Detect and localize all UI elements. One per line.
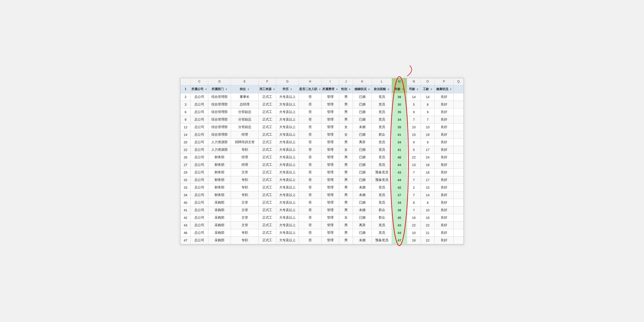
filter-icon-c[interactable]: ▼ — [205, 88, 207, 91]
filter-icon-l[interactable]: ▼ — [387, 88, 390, 91]
cell-k: 未婚 — [353, 236, 372, 244]
col-header-p[interactable]: 健康状况 ▼ — [435, 85, 454, 93]
filter-icon-d[interactable]: ▼ — [225, 88, 227, 91]
filter-icon-f[interactable]: ▼ — [273, 88, 275, 91]
filter-icon-g[interactable]: ▼ — [290, 88, 292, 91]
cell-h: 否 — [299, 169, 321, 176]
cell-f: 正式工 — [259, 214, 276, 221]
cell-o: 18 — [421, 161, 435, 169]
col-label-j: 性别 — [341, 87, 347, 91]
cell-j: 男 — [339, 191, 353, 199]
col-header-q — [454, 85, 464, 93]
filter-icon-h[interactable]: ▼ — [319, 88, 321, 91]
col-letter-h: H — [299, 78, 321, 85]
cell-c: 总公司 — [191, 214, 208, 221]
table-row: 22总公司人力资源部专职正式工大专及以上否管理女已婚党员41517良好 — [181, 146, 464, 153]
cell-f: 正式工 — [259, 199, 276, 206]
cell-q — [454, 184, 464, 191]
cell-o: 21 — [421, 229, 435, 236]
cell-p: 良好 — [435, 236, 454, 244]
cell-q — [454, 214, 464, 221]
cell-o: 7 — [421, 116, 435, 123]
cell-d: 综合管理部 — [208, 101, 231, 108]
cell-n: 7 — [407, 206, 421, 214]
row-number: 27 — [181, 161, 191, 169]
col-header-d[interactable]: 所属部门 ▼ — [208, 85, 231, 93]
cell-q — [454, 229, 464, 236]
cell-i: 管理 — [321, 161, 339, 169]
col-header-h[interactable]: 是否二次入职 ▼ — [299, 85, 321, 93]
cell-c: 总公司 — [191, 131, 208, 138]
cell-n: 16 — [407, 214, 421, 221]
cell-h: 否 — [299, 101, 321, 108]
cell-g: 大专及以上 — [276, 206, 299, 214]
cell-e: 专职 — [231, 191, 259, 199]
row-number: 22 — [181, 146, 191, 153]
cell-l: 党员 — [372, 184, 392, 191]
filter-icon-n[interactable]: ▼ — [416, 88, 419, 91]
cell-q — [454, 116, 464, 123]
col-header-c[interactable]: 所属公司 ▼ — [191, 85, 208, 93]
row-number: 3 — [181, 101, 191, 108]
cell-n: 22 — [407, 221, 421, 229]
col-header-e[interactable]: 岗位 ▼ — [231, 85, 259, 93]
cell-m: 38 — [392, 93, 407, 101]
cell-g: 大专及以上 — [276, 236, 299, 244]
table-row: 40总公司采购部主管正式工大专及以上否管理男已婚党员3488良好 — [181, 199, 464, 206]
filter-icon-o[interactable]: ▼ — [430, 88, 432, 91]
cell-k: 未婚 — [353, 184, 372, 191]
cell-p: 良好 — [435, 169, 454, 176]
col-header-o[interactable]: 工龄 ▼ — [421, 85, 435, 93]
table-row: 2总公司综合管理部董事长正式工大专及以上否管理男已婚党员381414良好 — [181, 93, 464, 101]
cell-e: 主管 — [231, 221, 259, 229]
cell-k: 未婚 — [353, 123, 372, 131]
filter-icon-m[interactable]: ▼ — [402, 88, 404, 91]
col-header-k[interactable]: 婚姻状况 ▼ — [353, 85, 372, 93]
table-row: 32总公司财务部专职正式工大专及以上否管理男已婚预备党员44717良好 — [181, 176, 464, 184]
cell-m: 45 — [392, 214, 407, 221]
col-header-f[interactable]: 用工来源 ▼ — [259, 85, 276, 93]
cell-k: 已婚 — [353, 153, 372, 161]
col-header-j[interactable]: 性别 ▼ — [339, 85, 353, 93]
cell-k: 已婚 — [353, 214, 372, 221]
filter-icon-k[interactable]: ▼ — [368, 88, 370, 91]
cell-g: 大专及以上 — [276, 184, 299, 191]
cell-e: 经理 — [231, 161, 259, 169]
cell-f: 正式工 — [259, 184, 276, 191]
cell-c: 总公司 — [191, 138, 208, 146]
cell-n: 18 — [407, 236, 421, 244]
cell-e: 招聘培训主管 — [231, 138, 259, 146]
filter-icon-i[interactable]: ▼ — [336, 88, 338, 91]
cell-f: 正式工 — [259, 116, 276, 123]
cell-f: 正式工 — [259, 146, 276, 153]
filter-icon-j[interactable]: ▼ — [348, 88, 351, 91]
cell-p: 良好 — [435, 191, 454, 199]
cell-q — [454, 176, 464, 184]
cell-e: 分管副总 — [231, 123, 259, 131]
table-row: 14总公司综合管理部经理正式工大专及以上否管理女已婚群众411519良好 — [181, 131, 464, 138]
cell-d: 采购部 — [208, 199, 231, 206]
cell-p: 良好 — [435, 206, 454, 214]
cell-e: 主管 — [231, 199, 259, 206]
cell-c: 总公司 — [191, 191, 208, 199]
cell-m: 44 — [392, 161, 407, 169]
col-header-l[interactable]: 政治面貌 ▼ — [372, 85, 392, 93]
cell-d: 财务部 — [208, 184, 231, 191]
cell-l: 党员 — [372, 123, 392, 131]
filter-icon-e[interactable]: ▼ — [247, 88, 250, 91]
cell-c: 总公司 — [191, 176, 208, 184]
row-number: 14 — [181, 131, 191, 138]
cell-l: 党员 — [372, 229, 392, 236]
col-header-i[interactable]: 所属费用 ▼ — [321, 85, 339, 93]
col-header-m[interactable]: 年龄 ▼ — [392, 85, 407, 93]
filter-icon-p[interactable]: ▼ — [450, 88, 452, 91]
cell-g: 大专及以上 — [276, 108, 299, 116]
cell-p: 良好 — [435, 131, 454, 138]
cell-f: 正式工 — [259, 153, 276, 161]
col-header-n[interactable]: 司龄 ▼ — [407, 85, 421, 93]
col-header-g[interactable]: 学历 ▼ — [276, 85, 299, 93]
col-label-c: 所属公司 — [191, 87, 204, 91]
cell-n: 15 — [407, 131, 421, 138]
cell-l: 群众 — [372, 214, 392, 221]
col-letter-p: P — [435, 78, 454, 85]
